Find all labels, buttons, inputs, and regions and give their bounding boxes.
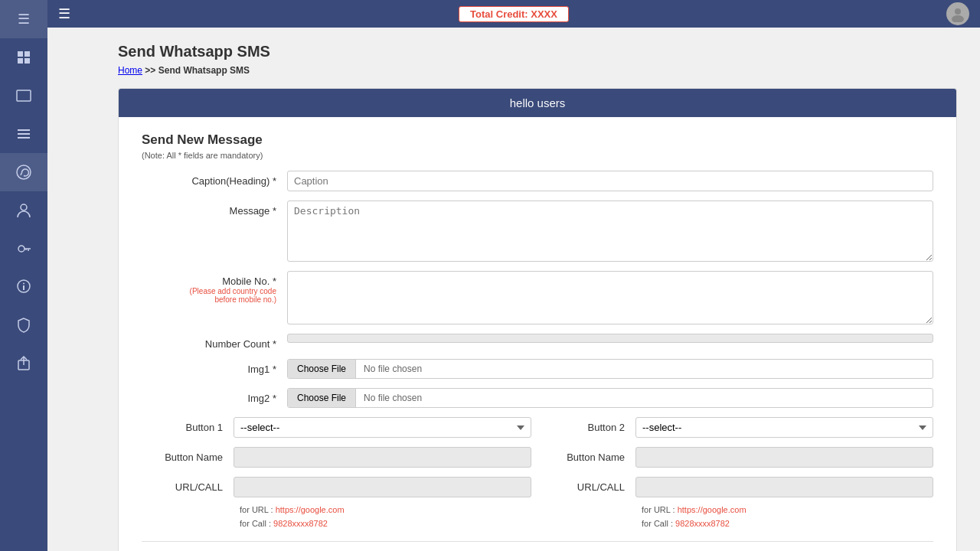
svg-rect-0 xyxy=(18,51,23,57)
hint2-col: for URL : https://google.com for Call : … xyxy=(544,504,933,530)
hint2-url: for URL : https://google.com xyxy=(642,504,746,517)
message-row: Message * xyxy=(142,201,933,262)
button2-name-col: Button Name xyxy=(544,447,933,468)
hint1-call: for Call : 9828xxxx8782 xyxy=(240,517,345,531)
page-title: Send Whatsapp SMS xyxy=(118,43,957,60)
svg-point-9 xyxy=(21,204,27,210)
button1-name-col: Button Name xyxy=(142,447,531,468)
img2-row: Img2 * Choose File No file chosen xyxy=(142,388,933,408)
hint1-url: for URL : https://google.com xyxy=(240,504,345,517)
button1-url-input[interactable] xyxy=(234,477,531,497)
form-card-header: hello users xyxy=(119,89,956,117)
form-note: (Note: All * fields are mandatory) xyxy=(142,151,933,160)
svg-rect-2 xyxy=(18,58,23,64)
number-count-row: Number Count * xyxy=(142,334,933,350)
form-body: Send New Message (Note: All * fields are… xyxy=(119,125,956,551)
number-count-label: Number Count * xyxy=(142,334,287,350)
total-credit-badge: Total Credit: XXXX xyxy=(459,6,569,22)
svg-rect-3 xyxy=(24,58,30,64)
button2-url-col: URL/CALL xyxy=(544,477,933,497)
button1-name-label: Button Name xyxy=(142,452,234,463)
sidebar-dashboard[interactable] xyxy=(0,38,47,77)
main-content: Send Whatsapp SMS Home >> Send Whatsapp … xyxy=(95,28,980,551)
img2-file-row: Choose File No file chosen xyxy=(287,388,933,408)
button1-label: Button 1 xyxy=(142,422,234,433)
user-avatar[interactable] xyxy=(946,2,969,25)
topbar: ☰ Total Credit: XXXX xyxy=(47,0,980,28)
hints-row: for URL : https://google.com for Call : … xyxy=(142,504,933,530)
hint2-call: for Call : 9828xxxx8782 xyxy=(642,517,746,531)
button2-label: Button 2 xyxy=(544,422,635,433)
caption-label: Caption(Heading) * xyxy=(142,171,287,187)
mobile-label: Mobile No. * (Please add country code be… xyxy=(142,271,287,304)
breadcrumb-current: Send Whatsapp SMS xyxy=(158,65,250,76)
mobile-row: Mobile No. * (Please add country code be… xyxy=(142,271,933,324)
breadcrumb-sep: >> xyxy=(145,65,155,76)
form-title: Send New Message xyxy=(142,132,933,148)
button-name-row: Button Name Button Name xyxy=(142,447,933,468)
message-textarea[interactable] xyxy=(287,201,933,262)
sidebar-list[interactable] xyxy=(0,115,47,153)
button2-url-input[interactable] xyxy=(635,477,933,497)
buttons-row: Button 1 --select-- Button 2 --select-- xyxy=(142,417,933,438)
img2-file-label: No file chosen xyxy=(356,389,430,407)
sidebar-hamburger[interactable]: ☰ xyxy=(0,0,47,38)
hint2-url-link[interactable]: https://google.com xyxy=(678,505,746,514)
img1-file-label: No file chosen xyxy=(356,360,430,378)
sidebar-shield[interactable] xyxy=(0,306,47,344)
img2-choose-button[interactable]: Choose File xyxy=(288,389,356,407)
svg-point-10 xyxy=(18,246,24,252)
caption-row: Caption(Heading) * xyxy=(142,171,933,191)
img1-label: Img1 * xyxy=(142,359,287,375)
button1-name-input[interactable] xyxy=(234,447,531,468)
caption-input[interactable] xyxy=(287,171,933,191)
button2-name-label: Button Name xyxy=(544,452,635,463)
button1-select[interactable]: --select-- xyxy=(234,417,531,438)
hint1-url-link[interactable]: https://google.com xyxy=(276,505,345,514)
img2-label: Img2 * xyxy=(142,388,287,404)
svg-point-20 xyxy=(952,15,964,22)
form-card: hello users Send New Message (Note: All … xyxy=(118,88,957,551)
svg-point-16 xyxy=(23,283,24,285)
hint1-block: for URL : https://google.com for Call : … xyxy=(234,504,345,530)
button2-url-label: URL/CALL xyxy=(544,481,635,493)
url-call-row: URL/CALL URL/CALL xyxy=(142,477,933,497)
sidebar-key[interactable] xyxy=(0,230,47,268)
button2-name-input[interactable] xyxy=(635,447,933,468)
sidebar-messages[interactable] xyxy=(0,77,47,115)
button1-url-col: URL/CALL xyxy=(142,477,531,497)
form-divider xyxy=(142,541,933,542)
number-count-display xyxy=(287,334,933,343)
svg-rect-4 xyxy=(17,90,31,101)
svg-point-19 xyxy=(955,8,961,15)
hint1-col: for URL : https://google.com for Call : … xyxy=(142,504,531,530)
button2-select[interactable]: --select-- xyxy=(635,417,933,438)
topbar-hamburger[interactable]: ☰ xyxy=(58,5,70,22)
mobile-textarea[interactable] xyxy=(287,271,933,324)
sidebar-user[interactable] xyxy=(0,191,47,230)
img1-file-row: Choose File No file chosen xyxy=(287,359,933,379)
img1-row: Img1 * Choose File No file chosen xyxy=(142,359,933,379)
sidebar: ☰ xyxy=(0,0,47,551)
button2-col: Button 2 --select-- xyxy=(544,417,933,438)
img1-choose-button[interactable]: Choose File xyxy=(288,360,356,378)
message-label: Message * xyxy=(142,201,287,217)
sidebar-whatsapp[interactable] xyxy=(0,153,47,191)
hint2-call-link[interactable]: 9828xxxx8782 xyxy=(675,519,730,528)
svg-rect-1 xyxy=(24,51,30,57)
breadcrumb: Home >> Send Whatsapp SMS xyxy=(118,65,957,76)
button1-url-label: URL/CALL xyxy=(142,481,234,493)
button1-col: Button 1 --select-- xyxy=(142,417,531,438)
hint1-call-link[interactable]: 9828xxxx8782 xyxy=(273,519,328,528)
breadcrumb-home[interactable]: Home xyxy=(118,65,142,76)
hint2-block: for URL : https://google.com for Call : … xyxy=(635,504,746,530)
sidebar-info[interactable] xyxy=(0,268,47,306)
sidebar-export[interactable] xyxy=(0,344,47,383)
